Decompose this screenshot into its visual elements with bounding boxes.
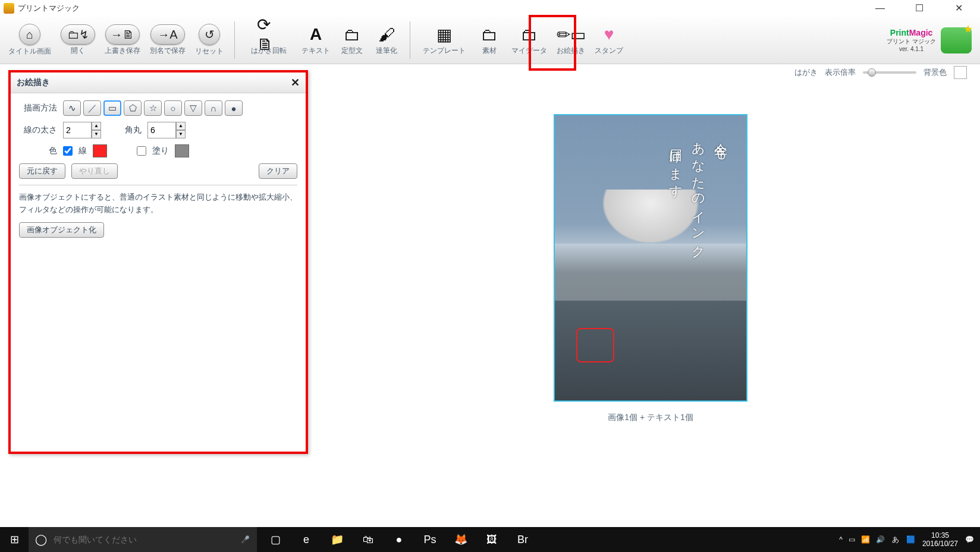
corner-label: 角丸 — [125, 125, 142, 135]
minimize-button[interactable]: — — [868, 1, 892, 15]
panel-close-icon[interactable]: ✕ — [291, 76, 300, 89]
title-bar: プリントマジック — ☐ ✕ — [0, 0, 980, 17]
taskbar-app-4[interactable]: ● — [384, 527, 414, 552]
thickness-down[interactable]: ▼ — [92, 130, 101, 138]
drawn-rectangle[interactable] — [576, 328, 614, 362]
cortana-icon: ◯ — [29, 533, 54, 546]
toolbar-label: 素材 — [482, 46, 497, 56]
corner-input[interactable] — [147, 122, 176, 138]
undo-button[interactable]: 元に戻す — [19, 163, 65, 179]
slider-knob[interactable] — [868, 68, 876, 77]
title-screen-button[interactable]: ⌂ タイトル画面 — [5, 23, 55, 58]
save-as-button[interactable]: →A 別名で保存 — [146, 23, 189, 57]
overwrite-save-button[interactable]: →🗎 上書き保存 — [101, 23, 144, 57]
toolbar-label: 開く — [71, 46, 85, 56]
home-icon: ⌂ — [19, 24, 40, 45]
open-button[interactable]: 🗀↯ 開く — [57, 23, 99, 57]
stamp-button[interactable]: ♥ スタンプ — [591, 23, 627, 57]
annotation-highlight — [529, 15, 576, 71]
mic-icon[interactable]: 🎤 — [233, 535, 257, 544]
taskbar-clock[interactable]: 10:35 2016/10/27 — [922, 531, 958, 548]
taskbar-app-1[interactable]: e — [291, 527, 321, 552]
brand-logo: PrintMagic プリント マジック ver. 4.1.1 — [887, 28, 936, 52]
shape-tool-7[interactable]: ∩ — [205, 100, 222, 116]
start-button[interactable]: ⊞ — [0, 527, 29, 552]
clear-button[interactable]: クリア — [259, 163, 297, 179]
taskbar-app-0[interactable]: ▢ — [260, 527, 290, 552]
toolbar-label: タイトル画面 — [8, 46, 51, 56]
toolbar-label: はがき回転 — [251, 46, 287, 56]
maximize-button[interactable]: ☐ — [907, 1, 931, 15]
shape-tool-3[interactable]: ⬠ — [124, 100, 142, 116]
toolbar-label: 定型文 — [341, 46, 363, 56]
text-icon: A — [310, 25, 322, 44]
corner-up[interactable]: ▲ — [176, 122, 186, 130]
ime-indicator[interactable]: あ — [892, 535, 899, 545]
vertical-text-2[interactable]: あなたのインク — [689, 133, 707, 254]
shape-tool-1[interactable]: ／ — [83, 100, 101, 116]
tray-icon-2[interactable]: 📶 — [861, 535, 870, 544]
fixed-phrase-button[interactable]: 🗀 定型文 — [336, 23, 368, 57]
postcard-label: はがき — [794, 67, 818, 78]
vertical-text-3[interactable]: 届けます — [667, 139, 684, 193]
thickness-up[interactable]: ▲ — [92, 122, 101, 130]
save-icon: →🗎 — [105, 24, 140, 45]
method-label: 描画方法 — [19, 103, 57, 113]
fill-checkbox[interactable] — [137, 146, 146, 156]
redo-button[interactable]: やり直し — [71, 163, 118, 179]
taskbar-app-2[interactable]: 📁 — [322, 527, 352, 552]
taskbar-app-8[interactable]: Br — [508, 527, 538, 552]
tray-extra-icon[interactable]: 🟦 — [906, 535, 915, 544]
cortana-search[interactable]: ◯ 🎤 — [29, 527, 257, 552]
postcard-rotate-button[interactable]: ⟳🗎 はがき回転 — [242, 23, 296, 57]
text-button[interactable]: A テキスト — [298, 23, 334, 57]
brush-button[interactable]: 🖌 達筆化 — [370, 23, 403, 57]
toolbar-label: スタンプ — [595, 46, 623, 56]
thickness-input[interactable] — [63, 122, 92, 138]
postcard-canvas[interactable]: 今年も あなたのインク 届けます — [554, 114, 747, 402]
toolbar-label: テキスト — [301, 46, 330, 56]
shape-tool-6[interactable]: ▽ — [184, 100, 202, 116]
tray-icon-3[interactable]: 🔊 — [876, 535, 885, 544]
folder-open-icon: 🗀↯ — [61, 24, 95, 45]
taskbar-app-5[interactable]: Ps — [415, 527, 445, 552]
fill-color-swatch[interactable] — [175, 144, 189, 157]
template-button[interactable]: ▦ テンプレート — [417, 23, 471, 57]
bg-color-swatch[interactable] — [954, 66, 967, 79]
make-image-object-button[interactable]: 画像オブジェクト化 — [19, 222, 104, 238]
toolbar-separator — [234, 21, 235, 59]
close-button[interactable]: ✕ — [947, 1, 970, 15]
brush-icon: 🖌 — [378, 25, 395, 45]
taskbar-app-7[interactable]: 🖼 — [477, 527, 507, 552]
taskbar-app-6[interactable]: 🦊 — [446, 527, 476, 552]
bg-color-label: 背景色 — [924, 67, 947, 78]
taskbar-app-3[interactable]: 🛍 — [353, 527, 383, 552]
shape-tool-5[interactable]: ○ — [164, 100, 182, 116]
clock-date: 2016/10/27 — [922, 540, 958, 548]
haze-layer — [555, 244, 746, 301]
clock-time: 10:35 — [922, 531, 958, 540]
material-icon: 🗀 — [481, 25, 498, 45]
material-button[interactable]: 🗀 素材 — [473, 23, 505, 57]
line-checkbox[interactable] — [63, 146, 73, 156]
tray-icon-0[interactable]: ^ — [839, 535, 843, 544]
toolbar-label: 上書き保存 — [105, 46, 140, 56]
search-input[interactable] — [54, 535, 233, 544]
panel-title: お絵描き — [17, 77, 50, 88]
shape-tool-0[interactable]: ∿ — [63, 100, 81, 116]
toolbar-label: 別名で保存 — [150, 46, 186, 56]
action-center-icon[interactable]: 💬 — [965, 535, 974, 544]
shape-tool-4[interactable]: ☆ — [144, 100, 162, 116]
reset-button[interactable]: ↺ リセット — [191, 23, 227, 58]
corner-down[interactable]: ▼ — [176, 130, 186, 138]
line-color-swatch[interactable] — [93, 144, 107, 157]
vertical-text-1[interactable]: 今年も — [712, 133, 730, 155]
tray-icon-1[interactable]: ▭ — [849, 535, 855, 544]
toolbar-separator — [410, 21, 410, 59]
app-icon — [4, 3, 14, 14]
heart-icon: ♥ — [604, 25, 614, 44]
zoom-slider[interactable] — [863, 71, 916, 74]
shape-tool-2[interactable]: ▭ — [103, 100, 121, 116]
shape-tool-8[interactable]: ● — [225, 100, 243, 116]
printer-icon — [941, 27, 972, 53]
